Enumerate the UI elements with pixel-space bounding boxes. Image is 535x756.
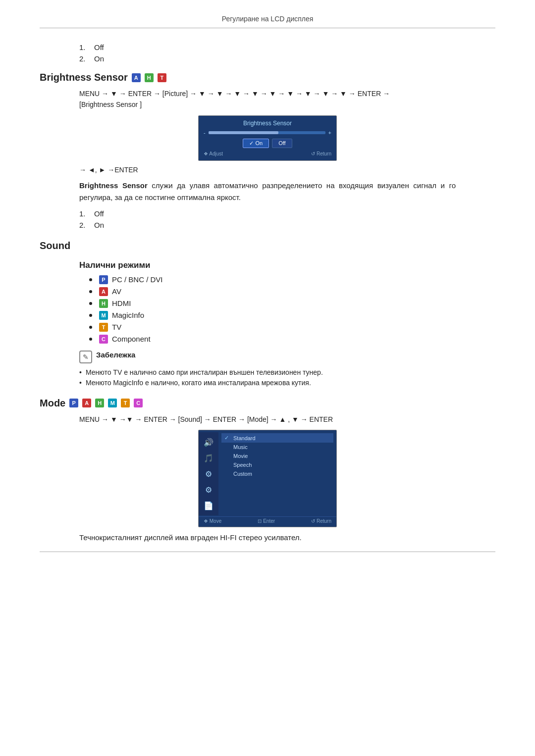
bottom-text: Течнокристалният дисплей има вграден HI-… — [79, 533, 456, 542]
mode-component: C Component — [89, 335, 495, 344]
note-label: Забележка — [96, 351, 135, 359]
mode-screen-footer: ❖ Move ⊡ Enter ↺ Return — [199, 516, 336, 525]
badge-T: T — [158, 73, 166, 82]
note-icon: ✎ — [79, 351, 92, 363]
top-item-2: 2. On — [79, 54, 495, 63]
top-item-1: 1. Off — [79, 43, 495, 51]
mode-menu-path: MENU → ▼ →▼ → ENTER → [Sound] → ENTER → … — [79, 414, 495, 425]
brightness-sensor-bold: Brightness Sensor — [79, 181, 148, 190]
top-item-1-num: 1. — [79, 43, 94, 51]
brightness-sensor-screen: Brightness Sensor - + ✓ On Off ❖ Adjust … — [198, 115, 337, 161]
slider-fill — [209, 131, 279, 134]
mode-item-custom[interactable]: Custom — [221, 469, 333, 478]
badge-A-av: A — [99, 287, 108, 296]
btn-off[interactable]: Off — [272, 139, 292, 148]
mode-tv: T TV — [89, 323, 495, 332]
mode-hdmi-label: HDMI — [112, 299, 131, 307]
slider-minus: - — [204, 130, 206, 136]
mode-item-speech[interactable]: Speech — [221, 460, 333, 469]
top-item-2-num: 2. — [79, 54, 94, 63]
mode-badge-M: M — [108, 399, 117, 407]
bs-item-2-label: On — [94, 221, 104, 229]
mode-badge-H: H — [95, 399, 104, 407]
badge-A: A — [132, 73, 141, 82]
top-item-2-label: On — [94, 54, 104, 63]
bs-item-2-num: 2. — [79, 221, 94, 229]
page-header: Регулиране на LCD дисплея — [40, 15, 495, 28]
sound-heading: Sound — [40, 240, 495, 252]
mode-av-label: AV — [112, 287, 121, 296]
mode-pc: P PC / BNC / DVI — [89, 275, 495, 284]
sound-title: Sound — [40, 240, 70, 252]
mode-item-movie-label: Movie — [233, 453, 248, 459]
mode-badge-A: A — [82, 399, 91, 407]
mode-item-standard[interactable]: ✓ Standard — [221, 433, 333, 443]
brightness-sensor-heading: Brightness Sensor A H T — [40, 72, 495, 83]
mode-heading: Mode P A H M T C — [40, 398, 495, 409]
top-item-1-label: Off — [94, 43, 104, 51]
btn-on[interactable]: ✓ On — [243, 139, 269, 148]
note-bullets: • Менюто TV е налично само при инсталира… — [79, 368, 495, 387]
page-container: Регулиране на LCD дисплея 1. Off 2. On B… — [0, 0, 535, 572]
mode-badge-P: P — [69, 399, 78, 407]
note-bullet-dot-2: • — [79, 379, 82, 387]
mode-component-label: Component — [112, 335, 151, 343]
screen-footer: ❖ Adjust ↺ Return — [204, 151, 331, 156]
brightness-sensor-title: Brightness Sensor — [40, 72, 128, 83]
mode-check-standard: ✓ — [224, 435, 230, 441]
brightness-description: Brightness Sensor служи да улавя автомат… — [79, 180, 456, 203]
bullet-dot-av — [89, 290, 92, 293]
bs-item-2: 2. On — [79, 221, 495, 229]
badge-T-tv: T — [99, 323, 108, 332]
note-bullet-dot-1: • — [79, 368, 82, 376]
mode-pc-label: PC / BNC / DVI — [112, 275, 163, 284]
bs-item-1-label: Off — [94, 209, 104, 218]
bullet-dot-hdmi — [89, 302, 92, 305]
mode-av: A AV — [89, 287, 495, 296]
footer-return: ↺ Return — [311, 151, 331, 156]
bullet-dot-pc — [89, 278, 92, 281]
bs-item-1-num: 1. — [79, 209, 94, 218]
mode-item-movie[interactable]: Movie — [221, 452, 333, 460]
brightness-menu-path: MENU → ▼ → ENTER → [Picture] → ▼ → ▼ → ▼… — [79, 88, 495, 110]
screen-title: Brightness Sensor — [204, 120, 331, 127]
mode-icon-5: 📄 — [202, 499, 215, 512]
bullet-dot-comp — [89, 338, 92, 341]
mode-item-standard-label: Standard — [233, 435, 256, 441]
mode-magicinfo-label: MagicInfo — [112, 311, 144, 319]
mode-icon-2: 🎵 — [202, 451, 215, 465]
badge-M: M — [99, 311, 108, 320]
arrow-instruction: → ◄, ► →ENTER — [79, 166, 495, 174]
mode-tv-label: TV — [112, 323, 121, 331]
mode-badge-T: T — [121, 399, 130, 407]
bullet-dot-tv — [89, 326, 92, 329]
note-bullet-1-text: Менюто TV е налично само при инсталиран … — [86, 368, 323, 376]
note-bullet-2-text: Менюто MagicInfo е налично, когато има и… — [86, 379, 311, 387]
mode-icon-4: ⚙ — [202, 483, 215, 497]
badge-C: C — [99, 335, 108, 344]
screen-buttons-row: ✓ On Off — [204, 139, 331, 148]
mode-item-custom-label: Custom — [233, 471, 252, 477]
mode-item-speech-label: Speech — [233, 462, 252, 468]
mode-footer-move: ❖ Move — [204, 518, 221, 524]
mode-icon-1: 🔊 — [202, 435, 215, 449]
mode-left-icons: 🔊 🎵 ⚙ ⚙ 📄 — [199, 432, 218, 515]
screen-slider-row: - + — [204, 130, 331, 136]
mode-magicinfo: M MagicInfo — [89, 311, 495, 320]
bs-item-1: 1. Off — [79, 209, 495, 218]
mode-item-music[interactable]: Music — [221, 443, 333, 452]
mode-footer-enter: ⊡ Enter — [258, 518, 275, 524]
slider-track — [209, 131, 325, 134]
bullet-dot-magic — [89, 314, 92, 317]
footer-adjust: ❖ Adjust — [204, 151, 223, 156]
mode-screen-body: 🔊 🎵 ⚙ ⚙ 📄 ✓ Standard Music Movie — [199, 432, 336, 515]
mode-screen: 🔊 🎵 ⚙ ⚙ 📄 ✓ Standard Music Movie — [198, 430, 337, 527]
slider-plus: + — [328, 130, 331, 136]
note-box: ✎ Забележка — [79, 351, 495, 363]
note-bullet-2: • Менюто MagicInfo е налично, когато има… — [79, 379, 495, 387]
mode-title: Mode — [40, 398, 65, 409]
mode-footer-return: ↺ Return — [311, 518, 331, 524]
badge-H-hdmi: H — [99, 299, 108, 308]
mode-badge-C: C — [134, 399, 143, 407]
mode-right-items: ✓ Standard Music Movie Speech Cust — [218, 432, 336, 515]
